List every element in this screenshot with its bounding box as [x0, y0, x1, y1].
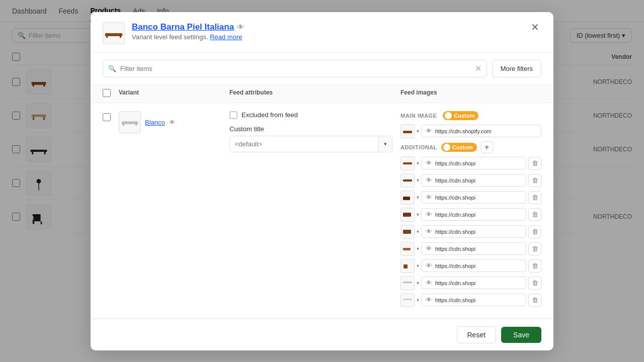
- image-url-text: https://cdn.shopi: [435, 229, 522, 235]
- image-arrow-icon[interactable]: ▾: [417, 177, 419, 183]
- additional-image-thumb: [400, 156, 415, 170]
- delete-image-button[interactable]: 🗑: [528, 259, 541, 273]
- main-image-row: MAIN IMAGE Custom: [400, 111, 541, 120]
- delete-image-button[interactable]: 🗑: [528, 174, 541, 187]
- url-eye-icon[interactable]: 👁: [426, 279, 432, 287]
- variant-row: Blanco 👁 Excluded from feed Custom title: [91, 103, 553, 319]
- additional-image-thumb: [400, 242, 415, 256]
- image-arrow-icon[interactable]: ▾: [417, 195, 419, 200]
- variant-eye-icon[interactable]: 👁: [169, 119, 176, 126]
- url-eye-icon[interactable]: 👁: [426, 176, 432, 184]
- main-image-toggle-label: Custom: [454, 113, 474, 119]
- modal-subtitle: Variant level feed settings. Read more: [132, 33, 522, 41]
- image-arrow-icon[interactable]: ▾: [417, 246, 419, 251]
- variant-thumbnail: [119, 111, 141, 133]
- additional-label: ADDITIONAL: [400, 144, 437, 150]
- image-url-field: 👁 https://cdn.shopi: [421, 225, 526, 238]
- svg-rect-21: [403, 131, 412, 133]
- svg-rect-17: [120, 35, 121, 38]
- image-url-text: https://cdn.shopi: [435, 160, 522, 166]
- image-arrow-icon[interactable]: ▾: [417, 280, 419, 286]
- variant-name-link[interactable]: Blanco: [145, 119, 165, 126]
- additional-image-thumb: [400, 259, 415, 273]
- delete-image-button[interactable]: 🗑: [528, 277, 541, 290]
- additional-image-row: ▾ 👁 https://cdn.shopi 🗑: [400, 293, 541, 307]
- variant-check-col: [103, 111, 119, 123]
- image-arrow-icon[interactable]: ▾: [417, 297, 419, 303]
- delete-image-button[interactable]: 🗑: [528, 191, 541, 204]
- additional-image-row: ▾ 👁 https://cdn.shopi 🗑: [400, 191, 541, 205]
- image-url-field: 👁 https://cdn.shopi: [421, 157, 526, 169]
- image-arrow-icon[interactable]: ▾: [417, 229, 419, 234]
- image-arrow-icon[interactable]: ▾: [417, 212, 419, 217]
- image-arrow-icon[interactable]: ▾: [417, 128, 419, 134]
- additional-image-thumb: [400, 173, 415, 188]
- image-url-field: 👁 https://cdn.shopi: [421, 277, 526, 289]
- main-image-url-field: 👁 https://cdn.shopify.com: [421, 125, 541, 137]
- variant-name-area: Blanco 👁: [145, 118, 176, 126]
- modal-product-title[interactable]: Banco Barna Piel Italiana: [132, 22, 234, 32]
- read-more-link[interactable]: Read more: [210, 33, 242, 41]
- image-arrow-icon[interactable]: ▾: [417, 263, 419, 268]
- url-eye-icon[interactable]: 👁: [426, 228, 432, 235]
- url-eye-icon[interactable]: 👁: [426, 211, 432, 218]
- product-eye-icon[interactable]: 👁: [237, 23, 245, 31]
- variant-modal: Banco Barna Piel Italiana 👁 Variant leve…: [91, 12, 553, 350]
- url-eye-icon[interactable]: 👁: [426, 159, 432, 167]
- custom-title-label: Custom title: [229, 125, 392, 133]
- svg-rect-16: [106, 35, 108, 38]
- more-filters-button[interactable]: More filters: [492, 60, 541, 77]
- modal-content-area: Blanco 👁 Excluded from feed Custom title: [91, 103, 553, 319]
- modal-footer: Reset Save: [91, 319, 553, 350]
- main-image-toggle[interactable]: Custom: [443, 111, 478, 120]
- additional-toggle[interactable]: Custom: [441, 143, 477, 152]
- url-eye-icon[interactable]: 👁: [426, 127, 432, 135]
- image-arrow-icon[interactable]: ▾: [417, 160, 419, 166]
- additional-image-row: ▾ 👁 https://cdn.shopi 🗑: [400, 173, 541, 188]
- select-all-variants-checkbox[interactable]: [103, 89, 111, 97]
- image-url-text: https://cdn.shopi: [435, 280, 522, 286]
- additional-image-thumb: [400, 225, 415, 239]
- add-image-button[interactable]: +: [481, 141, 493, 153]
- delete-image-button[interactable]: 🗑: [528, 157, 541, 170]
- modal-search-field[interactable]: 🔍 ✕: [103, 60, 487, 77]
- feed-images-section: MAIN IMAGE Custom ▾: [400, 111, 541, 310]
- additional-row: ADDITIONAL Custom +: [400, 141, 541, 153]
- main-image-url-row: ▾ 👁 https://cdn.shopify.com: [400, 124, 541, 138]
- delete-image-button[interactable]: 🗑: [528, 294, 541, 307]
- main-image-label: MAIN IMAGE: [400, 113, 437, 119]
- save-button[interactable]: Save: [501, 327, 541, 343]
- additional-image-row: ▾ 👁 https://cdn.shopi 🗑: [400, 225, 541, 239]
- custom-title-input-group: ▾: [229, 136, 392, 152]
- search-icon: 🔍: [108, 65, 116, 72]
- input-arrow-icon[interactable]: ▾: [378, 137, 392, 151]
- image-url-text: https://cdn.shopi: [435, 263, 522, 269]
- additional-image-thumb: [400, 208, 415, 222]
- search-input[interactable]: [120, 65, 471, 72]
- delete-image-button[interactable]: 🗑: [528, 208, 541, 221]
- delete-image-button[interactable]: 🗑: [528, 225, 541, 238]
- exclude-checkbox[interactable]: [229, 111, 237, 119]
- svg-rect-25: [403, 213, 411, 217]
- variant-col-header: Variant: [119, 89, 229, 99]
- modal-search-bar: 🔍 ✕ More filters: [91, 53, 553, 85]
- custom-title-input[interactable]: [230, 136, 378, 152]
- svg-rect-30: [403, 299, 412, 300]
- image-url-text: https://cdn.shopi: [435, 246, 522, 252]
- variant-checkbox[interactable]: [103, 113, 111, 121]
- modal-close-button[interactable]: ✕: [529, 22, 541, 32]
- image-url-text: https://cdn.shopi: [435, 177, 522, 184]
- additional-image-thumb: [400, 191, 415, 205]
- additional-image-thumb: [400, 276, 415, 290]
- url-eye-icon[interactable]: 👁: [426, 262, 432, 269]
- svg-rect-18: [122, 121, 138, 124]
- toggle-circle: [443, 144, 450, 151]
- image-url-field: 👁 https://cdn.shopi: [421, 174, 526, 187]
- additional-image-row: ▾ 👁 https://cdn.shopi 🗑: [400, 156, 541, 170]
- delete-image-button[interactable]: 🗑: [528, 242, 541, 255]
- reset-button[interactable]: Reset: [457, 326, 497, 343]
- clear-search-icon[interactable]: ✕: [475, 64, 481, 73]
- url-eye-icon[interactable]: 👁: [426, 296, 432, 304]
- url-eye-icon[interactable]: 👁: [426, 194, 432, 201]
- url-eye-icon[interactable]: 👁: [426, 245, 432, 252]
